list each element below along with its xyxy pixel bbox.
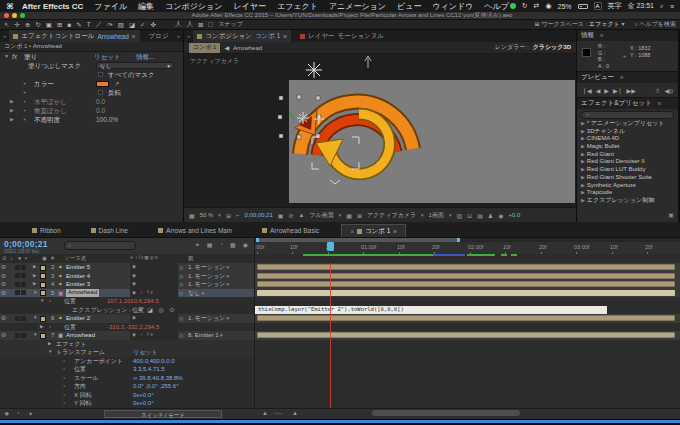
twirl-icon[interactable]: ▶ xyxy=(33,272,36,281)
effects-category-item[interactable]: ▶Red Giant Denoiser II xyxy=(577,158,678,166)
spotlight-icon[interactable]: ⌕ xyxy=(660,2,664,10)
playhead-line[interactable] xyxy=(330,263,331,408)
parent-pickwhip-icon[interactable]: ◎ xyxy=(179,331,183,340)
magnification-value[interactable]: 50 % xyxy=(200,212,214,218)
help-search-field[interactable]: ⌕ ヘルプを検索 xyxy=(634,20,676,29)
menu-edit[interactable]: 編集 xyxy=(138,1,154,12)
shape-tool-icon[interactable]: ■ xyxy=(67,21,71,28)
ram-preview-icon[interactable]: ⇧ xyxy=(655,87,660,94)
panel-menu-icon[interactable]: ≡ xyxy=(658,100,662,107)
row-name[interactable]: X 回転 xyxy=(74,391,92,400)
menu-animation[interactable]: アニメーション xyxy=(329,1,386,12)
layer-duration-bar[interactable]: thisComp.layer("Emitter 2").toWorld([0,0… xyxy=(255,306,607,314)
line-tool-icon[interactable]: ／ xyxy=(96,20,103,29)
layer-color-swatch[interactable] xyxy=(40,316,46,322)
updates-icon[interactable]: ⇄ xyxy=(534,2,540,10)
eyedropper-icon[interactable]: ↗ xyxy=(114,79,119,88)
timeline-row-left[interactable]: ▶ ◔ 位置 -310.3,-332.2,294.5 ◎ xyxy=(0,323,255,332)
row-name[interactable]: Emitter 2 xyxy=(66,314,90,323)
timeline-tab[interactable]: × Dash Line ≡ xyxy=(83,224,136,237)
exposure-icon[interactable]: ◉ xyxy=(498,212,503,219)
pan-behind-tool-icon[interactable]: ⊞ xyxy=(57,21,62,29)
twirl-right-icon[interactable]: ▶ xyxy=(581,158,585,164)
timeline-row-left[interactable]: ⊙ ▶ 2 ✦ Emitter 5 ◉ ◎ 1. モーション xyxy=(0,263,255,272)
row-name[interactable]: エクスプレッション : 位置 xyxy=(72,306,144,315)
timeline-track[interactable] xyxy=(255,357,680,366)
renderer-value[interactable]: クラシック3D xyxy=(533,43,571,52)
pen-tool-icon[interactable]: ✎ xyxy=(76,21,81,29)
tab-composition[interactable]: コンポジション コンポ 1 ≡ xyxy=(193,30,291,42)
tab-effect-controls[interactable]: エフェクトコントロール Arrowhead ≡ xyxy=(9,30,139,42)
panel-overflow-left-icon[interactable]: « xyxy=(3,33,6,39)
view-layout-dropdown[interactable]: 1画面 xyxy=(429,211,444,220)
layer-color-swatch[interactable] xyxy=(40,282,46,288)
workspace-value[interactable]: エフェクト xyxy=(589,21,620,27)
timeline-track[interactable] xyxy=(255,348,680,357)
first-frame-button[interactable]: ❘◀ xyxy=(582,87,592,94)
axis-world-icon[interactable]: 人 xyxy=(186,20,193,29)
workspace-chevron-icon[interactable]: ▾ xyxy=(621,21,624,27)
chevron-down-icon[interactable]: ▾ xyxy=(339,212,342,218)
layer-switches[interactable]: ◉ xyxy=(130,280,178,289)
parent-dropdown[interactable]: 1. モーション xyxy=(188,314,229,323)
comp-mini-flowchart-icon[interactable]: ✦ xyxy=(195,241,200,248)
row-name[interactable]: Arrowhead xyxy=(66,331,95,340)
row-name[interactable]: Emitter 3 xyxy=(66,280,90,289)
roi-icon[interactable]: ▦ xyxy=(346,212,352,219)
twirl-right-icon[interactable]: ▶ xyxy=(581,174,585,180)
layer-color-swatch[interactable] xyxy=(40,273,46,279)
timeline-row-left[interactable]: ◔ X 回転 0x+0.0° ◎ xyxy=(0,391,255,400)
axis-local-icon[interactable]: 人 xyxy=(175,20,182,29)
timeline-track[interactable] xyxy=(255,391,680,400)
all-masks-checkbox[interactable] xyxy=(98,72,103,77)
parent-pickwhip-icon[interactable]: ◎ xyxy=(179,263,183,272)
twirl-icon[interactable]: ▼ xyxy=(40,297,44,306)
effects-category-item[interactable]: ▶* アニメーションプリセット xyxy=(577,120,678,128)
eye-icon[interactable]: ⊙ xyxy=(1,280,6,289)
h-feather-value[interactable]: 0.0 xyxy=(96,97,105,106)
timeline-row[interactable]: エクスプレッション : 位置 = ◪ ◎ ⊙ ◎ thisComp.layer(… xyxy=(0,306,680,315)
sync-icon[interactable]: ↻ xyxy=(522,2,528,10)
horizontal-scrollbar[interactable] xyxy=(372,410,520,416)
minimize-window-button[interactable] xyxy=(12,13,17,18)
work-area-bar[interactable] xyxy=(255,238,680,242)
parent-dropdown[interactable]: 1. モーション xyxy=(188,263,229,272)
timeline-row-left[interactable]: ⊙ ▼ 6 ✦ Emitter 2 ◉ ◎ 1. モーション xyxy=(0,314,255,323)
clone-stamp-tool-icon[interactable]: ▨ xyxy=(118,21,124,29)
twirl-icon[interactable]: ▼ xyxy=(33,314,37,323)
timeline-row[interactable]: ▶ エフェクト ◎ xyxy=(0,340,680,349)
timeline-row-left[interactable]: ⊙ ▶ 3 ✦ Emitter 4 ◉ ◎ 1. モーション xyxy=(0,272,255,281)
hand-tool-icon[interactable]: ✛ xyxy=(14,21,19,29)
show-snapshot-icon[interactable]: ⊘ xyxy=(288,212,293,219)
stopwat­ch-icon[interactable]: ◔ xyxy=(62,365,65,374)
parent-dropdown[interactable]: 1. モーション xyxy=(188,272,229,281)
timeline-track[interactable] xyxy=(255,289,680,298)
effects-category-item[interactable]: ▶エクスプレッション制御 xyxy=(577,197,678,205)
lock-box[interactable] xyxy=(21,316,26,321)
solo-box[interactable] xyxy=(15,316,20,321)
screen-share-icon[interactable] xyxy=(510,3,516,9)
property-value[interactable]: 0x+0.0° xyxy=(133,399,154,408)
effects-category-item[interactable]: ▶Magic Bullet xyxy=(577,143,678,151)
timeline-row-left[interactable]: ◔ 位置 3.3,5.4,71.5 ◎ xyxy=(0,365,255,374)
timeline-row-left[interactable]: ◔ Y 回転 0x+0.0° ◎ xyxy=(0,399,255,408)
source-name-column[interactable]: ソース名 xyxy=(64,255,86,262)
property-value[interactable]: 0x+0.0° xyxy=(133,391,154,400)
eraser-tool-icon[interactable]: ◪ xyxy=(129,21,135,29)
twirl-right-icon[interactable]: ▶ xyxy=(581,197,585,203)
twirl-icon[interactable]: ▼ xyxy=(33,289,37,298)
reset-link[interactable]: リセット xyxy=(133,348,158,357)
timeline-row[interactable]: ⊙ ▼ 6 ✦ Emitter 2 ◉ ◎ 1. モーション xyxy=(0,314,680,323)
menu-window[interactable]: ウィンドウ xyxy=(432,1,473,12)
parent-dropdown[interactable]: 1. モーション xyxy=(188,280,229,289)
timeline-track[interactable] xyxy=(255,272,680,281)
composition-viewport[interactable]: アクティブカメラ xyxy=(184,54,576,207)
timeline-row-left[interactable]: ◔ 方向 0.0° ,0.0° ,255.6° ◎ xyxy=(0,382,255,391)
expand-layer-switches-icon[interactable]: ❖ xyxy=(4,410,9,417)
timeline-track[interactable] xyxy=(255,263,680,272)
timeline-track[interactable] xyxy=(255,382,680,391)
current-time-display[interactable]: 0;00;00;21 xyxy=(4,239,48,249)
layer-color-swatch[interactable] xyxy=(40,333,46,339)
timeline-track[interactable]: thisComp.layer("Emitter 2").toWorld([0,0… xyxy=(255,306,680,315)
solo-box[interactable] xyxy=(15,273,20,278)
